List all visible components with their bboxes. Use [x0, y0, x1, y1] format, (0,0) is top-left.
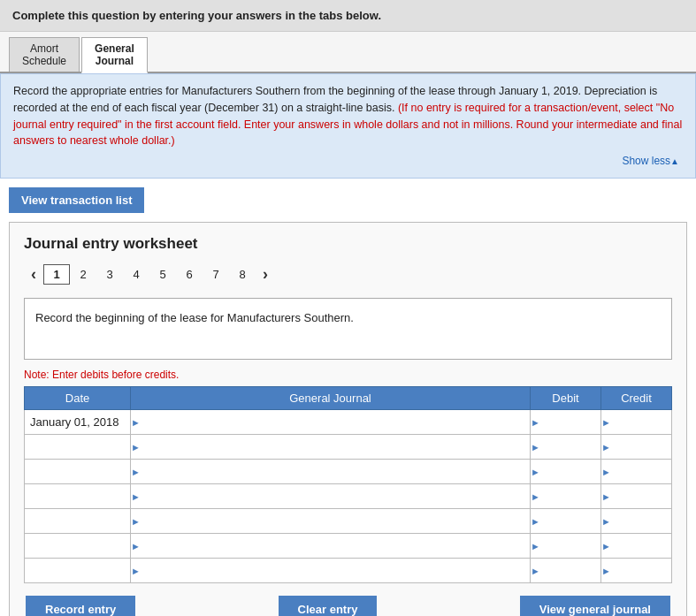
credit-cell-1[interactable]: ►: [601, 410, 672, 435]
date-cell-6: [25, 534, 131, 559]
table-row: ► ► ►: [25, 460, 672, 484]
page-num-5[interactable]: 5: [149, 265, 176, 284]
credit-arrow-2: ►: [601, 442, 613, 452]
page-num-4[interactable]: 4: [123, 265, 149, 284]
journal-input-6[interactable]: [142, 534, 530, 558]
note-text: Note: Enter debits before credits.: [24, 369, 672, 381]
journal-cell-6[interactable]: ►: [131, 534, 531, 559]
credit-cell-7[interactable]: ►: [601, 559, 672, 583]
date-cell-3: [25, 460, 131, 484]
table-row: ► ► ►: [25, 435, 672, 460]
indent-arrow-4: ►: [131, 491, 142, 502]
debit-arrow-2: ►: [531, 442, 542, 452]
indent-arrow-6: ►: [131, 541, 142, 551]
indent-arrow-5: ►: [131, 516, 142, 527]
tab-amort-schedule[interactable]: AmortSchedule: [9, 37, 80, 72]
credit-cell-5[interactable]: ►: [601, 509, 672, 534]
debit-arrow-7: ►: [531, 566, 542, 576]
debit-arrow-3: ►: [531, 467, 542, 477]
debit-cell-3[interactable]: ►: [531, 460, 601, 484]
show-less-label: Show less: [622, 155, 679, 167]
page-num-3[interactable]: 3: [96, 265, 123, 284]
journal-input-5[interactable]: [142, 509, 530, 533]
next-page-arrow[interactable]: ›: [256, 263, 275, 285]
debit-input-5[interactable]: [542, 509, 600, 533]
journal-input-1[interactable]: [142, 410, 530, 434]
page-num-6[interactable]: 6: [176, 265, 203, 284]
credit-input-5[interactable]: [613, 509, 671, 533]
debit-arrow-6: ►: [531, 541, 542, 551]
indent-arrow-7: ►: [131, 566, 142, 576]
col-header-general-journal: General Journal: [131, 387, 531, 410]
worksheet-title: Journal entry worksheet: [24, 235, 672, 253]
debit-cell-4[interactable]: ►: [531, 484, 601, 509]
journal-cell-4[interactable]: ►: [131, 484, 531, 509]
credit-cell-6[interactable]: ►: [601, 534, 672, 559]
description-text: Record the beginning of the lease for Ma…: [35, 311, 354, 324]
date-cell-2: [25, 435, 131, 460]
view-general-journal-button[interactable]: View general journal: [520, 596, 670, 616]
debit-input-2[interactable]: [542, 435, 600, 459]
tab-general-journal[interactable]: GeneralJournal: [81, 37, 148, 73]
debit-input-4[interactable]: [542, 484, 600, 508]
top-banner: Complete this question by entering your …: [0, 0, 696, 32]
date-cell-7: [25, 559, 131, 583]
credit-input-2[interactable]: [613, 435, 671, 459]
table-row: ► ► ►: [25, 559, 672, 583]
debit-input-1[interactable]: [542, 410, 600, 434]
table-row: ► ► ►: [25, 484, 672, 509]
journal-input-2[interactable]: [142, 435, 530, 459]
col-header-debit: Debit: [531, 387, 601, 410]
journal-cell-5[interactable]: ►: [131, 509, 531, 534]
credit-cell-3[interactable]: ►: [601, 460, 672, 484]
debit-input-6[interactable]: [542, 534, 600, 558]
credit-arrow-4: ►: [601, 491, 613, 502]
tabs-row: AmortSchedule GeneralJournal: [0, 32, 696, 73]
page-num-2[interactable]: 2: [70, 265, 96, 284]
page-nav: ‹ 1 2 3 4 5 6 7 8 ›: [24, 263, 672, 285]
journal-cell-3[interactable]: ►: [131, 460, 531, 484]
journal-input-3[interactable]: [142, 460, 530, 483]
journal-table: Date General Journal Debit Credit Januar…: [24, 386, 672, 583]
journal-cell-2[interactable]: ►: [131, 435, 531, 460]
date-cell-5: [25, 509, 131, 534]
indent-arrow-1: ►: [131, 417, 142, 428]
credit-input-1[interactable]: [613, 410, 671, 434]
clear-entry-button[interactable]: Clear entry: [279, 596, 378, 616]
col-header-credit: Credit: [601, 387, 672, 410]
view-transaction-list-button[interactable]: View transaction list: [9, 187, 144, 213]
journal-input-4[interactable]: [142, 484, 530, 508]
record-entry-button[interactable]: Record entry: [26, 596, 135, 616]
table-row: ► ► ►: [25, 509, 672, 534]
credit-cell-4[interactable]: ►: [601, 484, 672, 509]
credit-cell-2[interactable]: ►: [601, 435, 672, 460]
debit-cell-5[interactable]: ►: [531, 509, 601, 534]
credit-arrow-1: ►: [601, 417, 613, 428]
bottom-buttons: Record entry Clear entry View general jo…: [24, 596, 672, 616]
worksheet-container: Journal entry worksheet ‹ 1 2 3 4 5 6 7 …: [9, 222, 687, 616]
debit-cell-2[interactable]: ►: [531, 435, 601, 460]
record-entry-label: Record entry: [45, 603, 116, 616]
debit-cell-1[interactable]: ►: [531, 410, 601, 435]
debit-arrow-4: ►: [531, 491, 542, 502]
date-cell-4: [25, 484, 131, 509]
debit-input-7[interactable]: [542, 559, 600, 582]
show-less-button[interactable]: Show less: [13, 153, 683, 169]
credit-input-6[interactable]: [613, 534, 671, 558]
journal-cell-7[interactable]: ►: [131, 559, 531, 583]
credit-input-4[interactable]: [613, 484, 671, 508]
journal-cell-1[interactable]: ►: [131, 410, 531, 435]
debit-cell-7[interactable]: ►: [531, 559, 601, 583]
col-header-date: Date: [25, 387, 131, 410]
debit-input-3[interactable]: [542, 460, 600, 483]
page-num-8[interactable]: 8: [229, 265, 256, 284]
credit-input-3[interactable]: [613, 460, 671, 483]
debit-cell-6[interactable]: ►: [531, 534, 601, 559]
debit-arrow-5: ►: [531, 516, 542, 527]
prev-page-arrow[interactable]: ‹: [24, 263, 43, 285]
journal-input-7[interactable]: [142, 559, 530, 582]
date-cell-1: January 01, 2018: [25, 410, 131, 435]
page-num-7[interactable]: 7: [203, 265, 229, 284]
credit-input-7[interactable]: [613, 559, 671, 582]
page-num-1[interactable]: 1: [43, 264, 70, 285]
